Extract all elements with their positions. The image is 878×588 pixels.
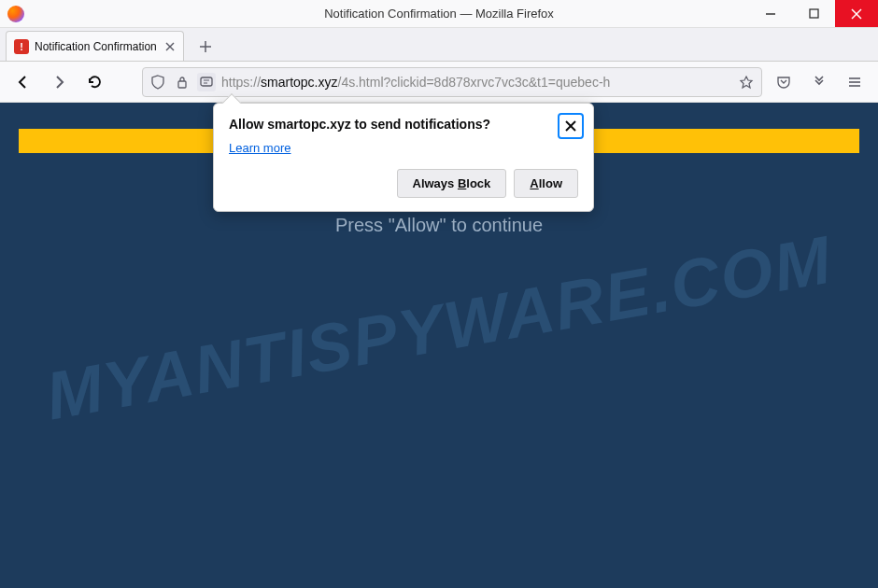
- back-button[interactable]: [9, 68, 37, 96]
- permission-icon[interactable]: [197, 73, 216, 91]
- url-path: /4s.html?clickid=8d878xrvc7vc3c&t1=quebe…: [338, 75, 611, 90]
- watermark-text: MYANTISPYWARE.COM: [40, 221, 838, 435]
- notification-permission-popup: Allow smartopc.xyz to send notifications…: [213, 103, 594, 212]
- overflow-menu-icon[interactable]: [805, 68, 833, 96]
- allow-button[interactable]: Allow: [514, 169, 578, 198]
- close-window-button[interactable]: [835, 0, 878, 27]
- alert-badge-icon: [14, 39, 29, 54]
- svg-rect-1: [810, 9, 818, 18]
- minimize-button[interactable]: [749, 0, 792, 27]
- popup-title: Allow smartopc.xyz to send notifications…: [229, 117, 578, 132]
- window-title: Notification Confirmation — Mozilla Fire…: [324, 7, 554, 21]
- tab-favicon: [14, 39, 29, 54]
- learn-more-link[interactable]: Learn more: [229, 141, 290, 155]
- navigation-toolbar: https://smartopc.xyz/4s.html?clickid=8d8…: [0, 62, 878, 103]
- maximize-button[interactable]: [792, 0, 835, 27]
- page-prompt-text: Press "Allow" to continue: [335, 215, 543, 236]
- window-controls: [749, 0, 878, 27]
- app-icon: [7, 6, 24, 22]
- reload-button[interactable]: [80, 68, 108, 96]
- tab-close-button[interactable]: [164, 41, 176, 52]
- url-protocol: https://: [221, 75, 261, 90]
- new-tab-button[interactable]: [191, 33, 220, 61]
- app-menu-button[interactable]: [841, 68, 869, 96]
- shield-icon[interactable]: [149, 73, 167, 91]
- pocket-icon[interactable]: [770, 68, 798, 96]
- url-text[interactable]: https://smartopc.xyz/4s.html?clickid=8d8…: [221, 75, 731, 90]
- always-block-button[interactable]: Always Block: [397, 169, 507, 198]
- tab-title: Notification Confirmation: [35, 40, 157, 53]
- forward-button[interactable]: [45, 68, 73, 96]
- popup-close-button[interactable]: [558, 113, 584, 139]
- url-host: smartopc.xyz: [261, 75, 337, 90]
- svg-rect-9: [201, 77, 212, 86]
- window-titlebar: Notification Confirmation — Mozilla Fire…: [0, 0, 878, 28]
- url-bar[interactable]: https://smartopc.xyz/4s.html?clickid=8d8…: [142, 67, 762, 97]
- lock-icon[interactable]: [173, 73, 191, 91]
- svg-rect-8: [178, 81, 186, 88]
- popup-button-row: Always Block Allow: [229, 169, 578, 198]
- firefox-logo-icon: [7, 6, 24, 22]
- tab-bar: Notification Confirmation: [0, 28, 878, 62]
- bookmark-star-icon[interactable]: [737, 73, 756, 91]
- tab-active[interactable]: Notification Confirmation: [6, 31, 184, 61]
